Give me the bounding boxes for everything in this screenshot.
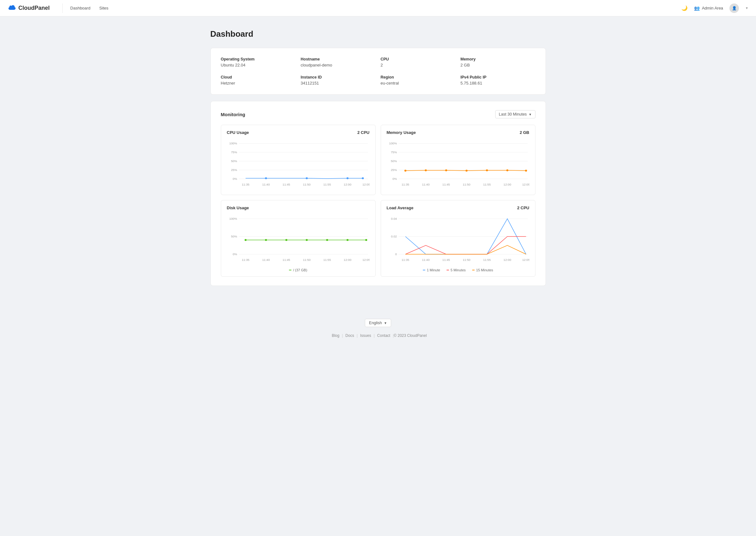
- svg-text:0%: 0%: [393, 177, 397, 181]
- charts-grid: CPU Usage 2 CPU 100% 75% 50% 25% 0%: [221, 125, 535, 277]
- language-chevron-icon: ▼: [384, 321, 387, 325]
- svg-text:0.04: 0.04: [391, 217, 397, 220]
- load-15min-label: 15 Minutes: [476, 268, 493, 272]
- disk-chart-legend: / (37 GB): [227, 268, 370, 272]
- brand-logo[interactable]: CloudPanel: [8, 4, 50, 13]
- svg-text:50%: 50%: [391, 159, 396, 163]
- svg-point-33: [445, 169, 447, 171]
- svg-point-54: [306, 239, 308, 241]
- info-hostname-label: Hostname: [300, 57, 376, 61]
- svg-text:12:05: 12:05: [522, 258, 529, 261]
- svg-text:12:00: 12:00: [344, 183, 351, 186]
- svg-text:25%: 25%: [391, 168, 396, 172]
- load-chart-legend: 1 Minute 5 Minutes 15 Minutes: [387, 268, 529, 272]
- svg-point-52: [265, 239, 267, 241]
- cpu-chart-badge: 2 CPU: [357, 130, 369, 135]
- language-label: English: [369, 321, 382, 325]
- svg-text:12:00: 12:00: [503, 183, 511, 186]
- info-memory-label: Memory: [460, 57, 535, 61]
- info-memory: Memory 2 GB: [460, 57, 535, 67]
- info-ipv4-value: 5.75.188.61: [460, 81, 535, 85]
- load-legend-1min: 1 Minute: [423, 268, 440, 272]
- footer-contact-link[interactable]: Contact: [375, 333, 393, 338]
- admin-area-button[interactable]: 👥 Admin Area: [694, 5, 723, 11]
- load-chart-title: Load Average: [387, 206, 414, 210]
- info-ipv4: IPv4 Public IP 5.75.188.61: [460, 75, 535, 85]
- svg-text:12:00: 12:00: [344, 258, 351, 261]
- svg-text:50%: 50%: [231, 235, 237, 238]
- svg-point-13: [362, 177, 363, 179]
- navbar-right: 🌙 👥 Admin Area 👤 ▼: [681, 4, 748, 13]
- disk-chart-card: Disk Usage 100% 50% 0%: [221, 200, 376, 277]
- disk-legend-item: / (37 GB): [289, 268, 307, 272]
- svg-text:0%: 0%: [233, 252, 237, 256]
- load-5min-dot: [447, 270, 449, 270]
- disk-chart-svg: 100% 50% 0% 11:35 11:40 11:45: [227, 214, 370, 265]
- load-chart-header: Load Average 2 CPU: [387, 206, 529, 210]
- disk-chart-header: Disk Usage: [227, 206, 370, 210]
- info-cpu: CPU 2: [381, 57, 456, 67]
- svg-point-10: [265, 177, 267, 179]
- info-memory-value: 2 GB: [460, 63, 535, 67]
- monitoring-card: Monitoring Last 30 Minutes ▼ CPU Usage 2…: [210, 101, 546, 286]
- svg-point-57: [365, 239, 367, 241]
- language-select[interactable]: English ▼: [365, 319, 391, 327]
- system-info-card: Operating System Ubuntu 22.04 Hostname c…: [210, 48, 546, 95]
- svg-point-36: [506, 169, 508, 171]
- info-region-value: eu-central: [381, 81, 456, 85]
- load-1min-label: 1 Minute: [427, 268, 440, 272]
- svg-text:11:45: 11:45: [442, 258, 450, 261]
- svg-text:11:50: 11:50: [463, 258, 470, 261]
- svg-text:0.02: 0.02: [391, 235, 397, 238]
- system-info-grid: Operating System Ubuntu 22.04 Hostname c…: [221, 57, 535, 85]
- user-avatar[interactable]: 👤: [729, 4, 739, 13]
- svg-point-31: [404, 170, 406, 172]
- footer-links: Blog | Docs | Issues | Contact | © 2023 …: [0, 333, 756, 338]
- svg-text:12:05: 12:05: [362, 183, 370, 186]
- monitoring-header: Monitoring Last 30 Minutes ▼: [221, 110, 535, 118]
- load-chart-svg: 0.04 0.02 0 11:35 11:40 11:45 11:50 11:5…: [387, 214, 529, 265]
- footer-blog-link[interactable]: Blog: [329, 333, 342, 338]
- svg-text:11:40: 11:40: [262, 183, 269, 186]
- info-instance-label: Instance ID: [300, 75, 376, 80]
- time-filter-select[interactable]: Last 30 Minutes ▼: [495, 110, 535, 118]
- svg-text:11:45: 11:45: [282, 258, 290, 261]
- cpu-chart-header: CPU Usage 2 CPU: [227, 130, 370, 135]
- svg-point-51: [244, 239, 246, 241]
- svg-point-37: [525, 170, 527, 172]
- info-hostname: Hostname cloudpanel-demo: [300, 57, 376, 67]
- svg-text:100%: 100%: [389, 142, 397, 145]
- info-os-value: Ubuntu 22.04: [221, 63, 296, 67]
- footer-issues-link[interactable]: Issues: [358, 333, 374, 338]
- svg-point-55: [326, 239, 328, 241]
- memory-chart-svg: 100% 75% 50% 25% 0% 11:35: [387, 139, 529, 189]
- info-os: Operating System Ubuntu 22.04: [221, 57, 296, 67]
- info-ipv4-label: IPv4 Public IP: [460, 75, 535, 80]
- svg-text:11:55: 11:55: [323, 258, 331, 261]
- load-legend-15min: 15 Minutes: [472, 268, 493, 272]
- info-hostname-value: cloudpanel-demo: [300, 63, 376, 67]
- navbar-nav: Dashboard Sites: [70, 4, 681, 12]
- svg-point-53: [285, 239, 287, 241]
- footer-copyright: © 2023 CloudPanel: [394, 333, 426, 338]
- info-cpu-value: 2: [381, 63, 456, 67]
- svg-point-56: [346, 239, 348, 241]
- disk-legend-label: / (37 GB): [293, 268, 307, 272]
- svg-text:11:55: 11:55: [323, 183, 331, 186]
- svg-text:0%: 0%: [233, 177, 237, 181]
- theme-toggle-icon[interactable]: 🌙: [681, 5, 688, 11]
- nav-dashboard[interactable]: Dashboard: [70, 4, 90, 12]
- svg-point-32: [425, 169, 426, 171]
- admin-area-label: Admin Area: [702, 6, 723, 11]
- nav-sites[interactable]: Sites: [99, 4, 109, 12]
- svg-text:11:40: 11:40: [262, 258, 269, 261]
- main-content: Dashboard Operating System Ubuntu 22.04 …: [204, 17, 552, 311]
- footer-docs-link[interactable]: Docs: [343, 333, 357, 338]
- load-chart-card: Load Average 2 CPU 0.04 0.02 0: [381, 200, 535, 277]
- info-cloud-value: Hetzner: [221, 81, 296, 85]
- info-os-label: Operating System: [221, 57, 296, 61]
- svg-text:11:55: 11:55: [483, 183, 490, 186]
- svg-text:100%: 100%: [229, 217, 237, 220]
- cpu-chart-svg: 100% 75% 50% 25% 0% 11:35 11:40 11:45: [227, 139, 370, 189]
- svg-text:11:35: 11:35: [401, 258, 409, 261]
